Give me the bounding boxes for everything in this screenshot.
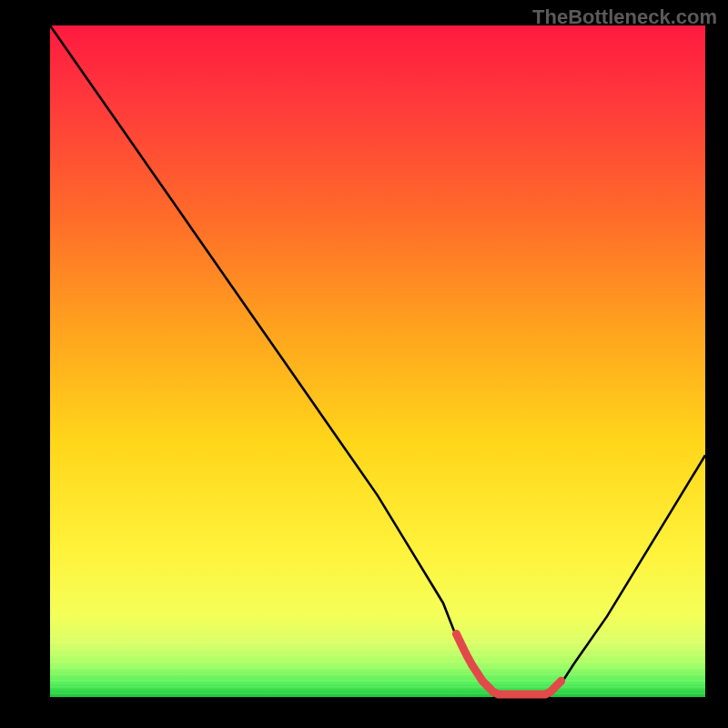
watermark-text: TheBottleneck.com <box>532 5 717 29</box>
chart-container: TheBottleneck.com <box>0 0 728 728</box>
bottleneck-curve-chart <box>0 0 728 728</box>
plot-background <box>50 25 705 697</box>
